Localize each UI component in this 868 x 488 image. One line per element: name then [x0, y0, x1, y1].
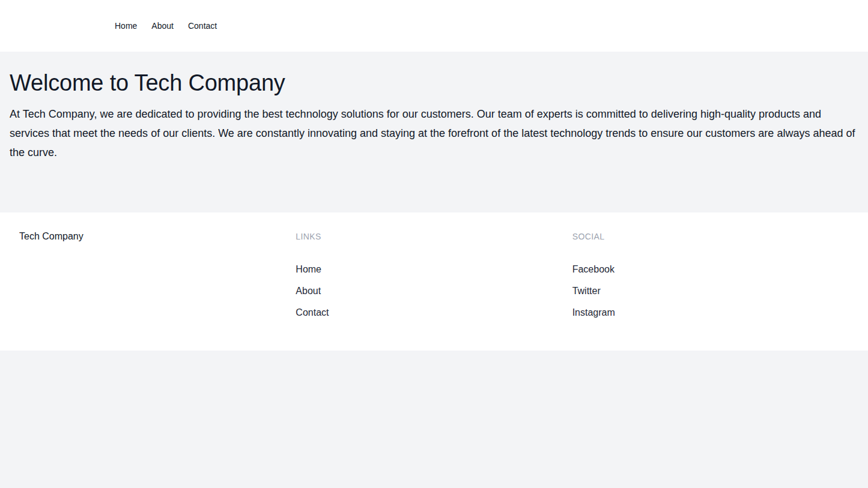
hero-description: At Tech Company, we are dedicated to pro… — [10, 104, 858, 162]
page-bottom-spacer — [0, 351, 868, 488]
list-item: About — [296, 284, 572, 298]
footer-links-heading: Links — [296, 230, 572, 242]
footer-links-column: Links Home About Contact — [296, 230, 572, 327]
nav-item-about[interactable]: About — [151, 20, 174, 32]
footer-social-list: Facebook Twitter Instagram — [572, 262, 849, 320]
footer: Tech Company Links Home About Contact So… — [0, 212, 868, 351]
footer-link-facebook[interactable]: Facebook — [572, 264, 615, 274]
nav-item-home[interactable]: Home — [115, 20, 137, 32]
footer-link-home[interactable]: Home — [296, 264, 321, 274]
nav-item-contact[interactable]: Contact — [188, 20, 217, 32]
footer-social-column: Social Facebook Twitter Instagram — [572, 230, 849, 327]
footer-brand-column: Tech Company — [19, 230, 296, 327]
list-item: Facebook — [572, 262, 849, 277]
page-title: Welcome to Tech Company — [10, 71, 858, 95]
footer-links-list: Home About Contact — [296, 262, 572, 320]
list-item: Instagram — [572, 306, 849, 320]
nav-links: Home About Contact — [0, 20, 231, 32]
list-item: Contact — [296, 306, 572, 320]
footer-brand: Tech Company — [19, 230, 83, 242]
footer-link-about[interactable]: About — [296, 286, 321, 296]
hero-section: Welcome to Tech Company At Tech Company,… — [0, 52, 868, 212]
footer-link-contact[interactable]: Contact — [296, 307, 329, 318]
list-item: Home — [296, 262, 572, 277]
footer-link-instagram[interactable]: Instagram — [572, 307, 615, 318]
footer-link-twitter[interactable]: Twitter — [572, 286, 601, 296]
list-item: Twitter — [572, 284, 849, 298]
top-navbar: Home About Contact — [0, 0, 868, 52]
footer-social-heading: Social — [572, 230, 849, 242]
